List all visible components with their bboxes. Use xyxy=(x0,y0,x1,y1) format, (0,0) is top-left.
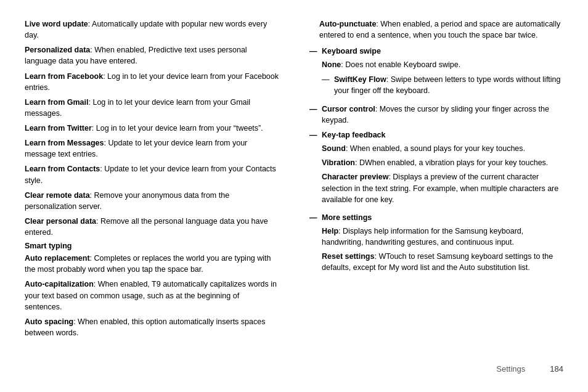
keytap-header: Key-tap feedback xyxy=(322,131,386,139)
entry-char-preview: Character preview: Displays a preview of… xyxy=(322,171,563,205)
term-auto-replacement: Auto replacement xyxy=(25,254,90,263)
page: Live word update: Automatically update w… xyxy=(0,0,588,392)
term-auto-spacing: Auto spacing xyxy=(25,317,73,326)
term-none: None xyxy=(322,60,341,69)
entry-clear-personal: Clear personal data: Remove all the pers… xyxy=(25,216,279,238)
entry-vibration: Vibration: DWhen enabled, a vibration pl… xyxy=(322,157,563,168)
term-char-preview: Character preview xyxy=(322,173,388,181)
dash-cursor-control: — xyxy=(309,104,319,115)
term-vibration: Vibration xyxy=(322,158,355,167)
left-column: Live word update: Automatically update w… xyxy=(25,18,285,357)
term-auto-punctuate: Auto-punctuate xyxy=(319,20,376,28)
footer: Settings 184 xyxy=(25,357,563,374)
keyboard-swipe-header: Keyboard swipe xyxy=(322,47,381,55)
entry-live-word-update: Live word update: Automatically update w… xyxy=(25,18,279,41)
term-personalized-data: Personalized data xyxy=(25,46,90,54)
entry-clear-remote: Clear remote data: Remove your anonymous… xyxy=(25,190,279,212)
term-clear-remote: Clear remote data xyxy=(25,191,90,200)
desc-help: : Displays help information for the Sams… xyxy=(322,227,523,247)
term-auto-capitalization: Auto-capitalization xyxy=(25,280,94,288)
desc-none: : Does not enable Keyboard swipe. xyxy=(341,60,460,69)
entry-sound: Sound: When enabled, a sound plays for y… xyxy=(322,143,563,154)
more-settings-content: More settings Help: Displays help inform… xyxy=(322,212,563,277)
more-settings-header: More settings xyxy=(322,213,372,222)
keyboard-swipe-content: Keyboard swipe None: Does not enable Key… xyxy=(322,46,563,100)
cursor-control-content: Cursor control: Moves the cursor by slid… xyxy=(322,104,563,126)
entry-learn-twitter: Learn from Twitter: Log in to let your d… xyxy=(25,123,279,134)
term-live-word-update: Live word update xyxy=(25,20,88,28)
cursor-control-header: Cursor control xyxy=(322,105,375,113)
term-learn-twitter: Learn from Twitter xyxy=(25,124,92,133)
entry-learn-contacts: Learn from Contacts: Update to let your … xyxy=(25,163,279,186)
term-learn-messages: Learn from Messages xyxy=(25,139,104,147)
keytap-content: Key-tap feedback Sound: When enabled, a … xyxy=(322,129,563,208)
swiftkey-item: — SwiftKey Flow: Swipe between letters t… xyxy=(322,74,563,96)
section-more-settings: — More settings Help: Displays help info… xyxy=(309,212,563,277)
section-keyboard-swipe: — Keyboard swipe None: Does not enable K… xyxy=(309,46,563,100)
swiftkey-content: SwiftKey Flow: Swipe between letters to … xyxy=(334,74,563,96)
entry-auto-punctuate: Auto-punctuate: When enabled, a period a… xyxy=(319,18,563,41)
entry-auto-capitalization: Auto-capitalization: When enabled, T9 au… xyxy=(25,279,279,312)
desc-sound: : When enabled, a sound plays for your k… xyxy=(346,144,525,153)
section-keytap: — Key-tap feedback Sound: When enabled, … xyxy=(309,129,563,208)
term-swiftkey: SwiftKey Flow xyxy=(334,75,386,84)
term-reset-settings: Reset settings xyxy=(322,252,374,261)
entry-reset-settings: Reset settings: WTouch to reset Samsung … xyxy=(322,251,563,273)
term-clear-personal: Clear personal data xyxy=(25,217,96,226)
smart-typing-header: Smart typing xyxy=(25,242,279,250)
footer-page-number: 184 xyxy=(550,364,563,374)
dash-swiftkey: — xyxy=(322,74,332,85)
term-learn-contacts: Learn from Contacts xyxy=(25,165,100,173)
right-column: Auto-punctuate: When enabled, a period a… xyxy=(303,18,563,357)
content-area: Live word update: Automatically update w… xyxy=(25,18,563,357)
entry-learn-facebook: Learn from Facebook: Log in to let your … xyxy=(25,71,279,93)
term-learn-gmail: Learn from Gmail xyxy=(25,98,89,107)
desc-vibration: : DWhen enabled, a vibration plays for y… xyxy=(355,158,548,167)
desc-cursor-control: : xyxy=(375,105,380,113)
entry-auto-spacing: Auto spacing: When enabled, this option … xyxy=(25,316,279,338)
dash-more-settings: — xyxy=(309,212,319,223)
section-cursor-control: — Cursor control: Moves the cursor by sl… xyxy=(309,104,563,126)
term-learn-facebook: Learn from Facebook xyxy=(25,72,103,81)
dash-keyboard-swipe: — xyxy=(309,46,319,57)
term-help: Help xyxy=(322,227,338,235)
footer-settings-label: Settings xyxy=(496,364,525,374)
dash-keytap: — xyxy=(309,129,319,141)
term-sound: Sound xyxy=(322,144,346,153)
entry-personalized-data: Personalized data: When enabled, Predict… xyxy=(25,44,279,67)
desc-learn-twitter: : Log in to let your device learn from y… xyxy=(92,124,263,133)
entry-learn-gmail: Learn from Gmail: Log in to let your dev… xyxy=(25,97,279,119)
entry-help: Help: Displays help information for the … xyxy=(322,226,563,248)
entry-auto-replacement: Auto replacement: Completes or replaces … xyxy=(25,253,279,275)
entry-learn-messages: Learn from Messages: Update to let your … xyxy=(25,137,279,160)
entry-none: None: Does not enable Keyboard swipe. xyxy=(322,59,563,70)
